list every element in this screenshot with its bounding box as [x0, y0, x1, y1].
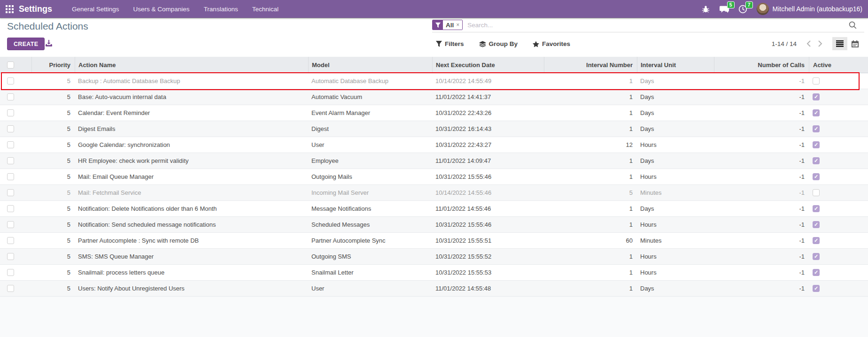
active-checkbox[interactable]: ✓: [813, 237, 820, 244]
create-button[interactable]: CREATE: [7, 38, 45, 50]
column-header-interval-unit[interactable]: Interval Unit: [637, 57, 714, 73]
priority-cell: 5: [31, 105, 75, 121]
filters-button[interactable]: Filters: [436, 40, 464, 47]
action-name-cell: Digest Emails: [75, 121, 308, 137]
row-select-cell: [0, 121, 31, 137]
row-checkbox[interactable]: [7, 285, 14, 292]
priority-cell: 5: [31, 185, 75, 200]
number-of-calls-cell: -1: [714, 233, 809, 248]
next-execution-date-cell: 10/31/2022 15:55:52: [432, 249, 544, 264]
interval-number-cell: 1: [544, 153, 637, 168]
column-header-number-of-calls[interactable]: Number of Calls: [714, 57, 809, 73]
table-row[interactable]: 5Users: Notify About Unregistered UsersU…: [0, 281, 868, 297]
row-checkbox[interactable]: [7, 269, 14, 276]
row-checkbox[interactable]: [7, 125, 14, 132]
priority-cell: 5: [31, 217, 75, 232]
active-checkbox[interactable]: ✓: [813, 141, 820, 148]
row-checkbox[interactable]: [7, 221, 14, 228]
activities-badge: 7: [745, 1, 753, 8]
active-checkbox[interactable]: ✓: [813, 205, 820, 212]
table-row[interactable]: 5Backup : Automatic Database BackupAutom…: [0, 73, 868, 89]
table-row[interactable]: 5Mail: Fetchmail ServiceIncoming Mail Se…: [0, 185, 868, 201]
active-checkbox[interactable]: ✓: [813, 173, 820, 180]
apps-grid-icon[interactable]: [0, 0, 19, 18]
interval-unit-cell: Days: [637, 89, 714, 105]
debug-bug-icon[interactable]: [702, 5, 710, 13]
column-header-active[interactable]: Active: [809, 57, 868, 73]
menu-technical[interactable]: Technical: [252, 6, 279, 13]
column-header-next-execution-date[interactable]: Next Execution Date: [432, 57, 544, 73]
row-checkbox[interactable]: [7, 205, 14, 212]
favorites-button[interactable]: Favorites: [533, 40, 570, 47]
activities-clock-icon[interactable]: 7: [738, 5, 747, 14]
interval-unit-cell: Hours: [637, 217, 714, 232]
menu-translations[interactable]: Translations: [204, 6, 238, 13]
row-checkbox[interactable]: [7, 253, 14, 260]
row-checkbox[interactable]: [7, 189, 14, 196]
table-row[interactable]: 5Google Calendar: synchronizationUser10/…: [0, 137, 868, 153]
menu-general-settings[interactable]: General Settings: [72, 6, 119, 13]
user-menu[interactable]: Mitchell Admin (autobackup16): [757, 3, 862, 15]
row-select-cell: [0, 185, 31, 200]
filters-funnel-icon: [436, 41, 442, 47]
priority-cell: 5: [31, 153, 75, 168]
filters-label: Filters: [445, 40, 464, 47]
row-checkbox[interactable]: [7, 77, 14, 84]
interval-unit-cell: Hours: [637, 169, 714, 184]
row-checkbox[interactable]: [7, 109, 14, 116]
messages-icon[interactable]: 5: [719, 5, 729, 14]
calendar-view-button[interactable]: [847, 37, 862, 50]
active-checkbox[interactable]: ✓: [813, 109, 820, 116]
row-select-cell: [0, 233, 31, 248]
model-cell: Scheduled Messages: [308, 217, 432, 232]
app-name[interactable]: Settings: [19, 4, 52, 14]
row-checkbox[interactable]: [7, 93, 14, 100]
row-checkbox[interactable]: [7, 173, 14, 180]
column-header-action-name[interactable]: Action Name: [75, 57, 308, 73]
row-checkbox[interactable]: [7, 141, 14, 148]
active-checkbox[interactable]: ✓: [813, 285, 820, 292]
list-view-button[interactable]: [832, 37, 847, 50]
active-checkbox[interactable]: [813, 189, 820, 196]
menu-users-companies[interactable]: Users & Companies: [133, 6, 190, 13]
group-by-button[interactable]: Group By: [479, 40, 518, 47]
search-icon[interactable]: [849, 21, 857, 29]
table-row[interactable]: 5Mail: Email Queue ManagerOutgoing Mails…: [0, 169, 868, 185]
facet-remove-button[interactable]: ×: [456, 22, 459, 28]
row-checkbox[interactable]: [7, 157, 14, 164]
column-header-interval-number[interactable]: Interval Number: [544, 57, 637, 73]
table-row[interactable]: 5Calendar: Event ReminderEvent Alarm Man…: [0, 105, 868, 121]
table-row[interactable]: 5Snailmail: process letters queueSnailma…: [0, 265, 868, 281]
export-download-icon[interactable]: [45, 39, 53, 47]
model-cell: Incoming Mail Server: [308, 185, 432, 200]
active-checkbox[interactable]: ✓: [813, 253, 820, 260]
table-row[interactable]: 5Notification: Send scheduled message no…: [0, 217, 868, 233]
active-checkbox[interactable]: ✓: [813, 269, 820, 276]
table-row[interactable]: 5HR Employee: check work permit validity…: [0, 153, 868, 169]
star-icon: [533, 41, 539, 47]
number-of-calls-cell: -1: [714, 137, 809, 153]
active-checkbox[interactable]: [813, 77, 820, 84]
table-row[interactable]: 5Notification: Delete Notifications olde…: [0, 201, 868, 217]
table-row[interactable]: 5Base: Auto-vacuum internal dataAutomati…: [0, 89, 868, 105]
table-row[interactable]: 5Digest EmailsDigest10/31/2022 16:14:431…: [0, 121, 868, 137]
active-checkbox[interactable]: ✓: [813, 157, 820, 164]
active-checkbox[interactable]: ✓: [813, 221, 820, 228]
active-checkbox[interactable]: ✓: [813, 125, 820, 132]
column-header-priority[interactable]: Priority: [31, 57, 75, 73]
model-cell: Automatic Vacuum: [308, 89, 432, 105]
search-input[interactable]: [467, 22, 849, 29]
pager-previous-button[interactable]: [803, 40, 814, 47]
active-cell: ✓: [809, 121, 868, 137]
active-cell: ✓: [809, 89, 868, 105]
row-checkbox[interactable]: [7, 237, 14, 244]
table-row[interactable]: 5Partner Autocomplete : Sync with remote…: [0, 233, 868, 249]
pager-next-button[interactable]: [814, 40, 826, 47]
next-execution-date-cell: 10/31/2022 15:55:53: [432, 265, 544, 280]
row-select-cell: [0, 89, 31, 105]
table-row[interactable]: 5SMS: SMS Queue ManagerOutgoing SMS10/31…: [0, 249, 868, 265]
select-all-checkbox[interactable]: [0, 57, 31, 73]
interval-unit-cell: Hours: [637, 137, 714, 153]
column-header-model[interactable]: Model: [308, 57, 432, 73]
active-checkbox[interactable]: ✓: [813, 93, 820, 100]
